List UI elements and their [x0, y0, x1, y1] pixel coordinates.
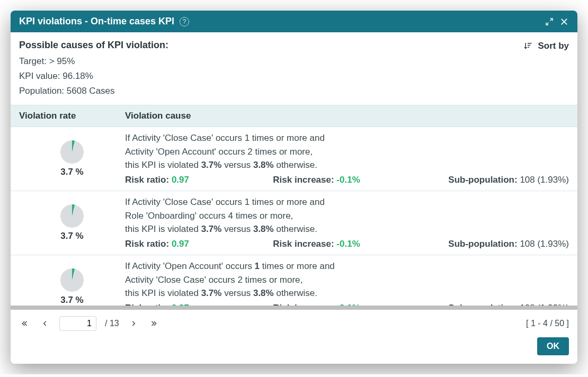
col-header-cause: Violation cause [125, 111, 569, 121]
pie-chart-icon [60, 140, 84, 164]
sort-icon [523, 41, 532, 51]
maximize-icon[interactable] [545, 17, 554, 26]
kpi-value-label: KPI value: [19, 71, 60, 81]
violation-row[interactable]: 3.7 % If Activity 'Close Case' occurs 1 … [11, 191, 577, 255]
kpi-violations-dialog: KPI violations - On-time cases KPI ? Pos… [11, 11, 577, 364]
rate-value: 3.7 % [60, 167, 83, 177]
cause-line: Activity 'Close Case' occurs 2 times or … [125, 273, 569, 287]
population-value: 5608 Cases [67, 86, 115, 96]
risk-ratio-value: 0.97 [172, 239, 189, 249]
first-page-button[interactable] [19, 318, 31, 329]
sub-pop-value: 108 (1.93%) [520, 303, 569, 310]
risk-increase-value: -0.1% [336, 239, 360, 249]
cause-line: If Activity 'Close Case' occurs 1 times … [125, 131, 569, 145]
total-pages: / 13 [105, 319, 119, 328]
column-headers: Violation rate Violation cause [11, 105, 577, 127]
summary-section: Possible causes of KPI violation: Target… [11, 32, 577, 105]
page-input[interactable] [59, 316, 96, 331]
target-label: Target: [19, 56, 47, 66]
risk-ratio-value: 0.97 [172, 303, 189, 310]
risk-increase-value: -0.1% [336, 175, 360, 185]
population-label: Population: [19, 86, 64, 96]
violation-list[interactable]: 3.7 % If Activity 'Close Case' occurs 1 … [11, 127, 577, 310]
rate-value: 3.7 % [60, 295, 83, 306]
row-range: [ 1 - 4 / 50 ] [526, 319, 569, 328]
sub-pop-value: 108 (1.93%) [520, 239, 569, 249]
pager: / 13 [ 1 - 4 / 50 ] [11, 310, 577, 337]
cause-line: If Activity 'Open Account' occurs 1 time… [125, 259, 569, 273]
col-header-rate: Violation rate [19, 111, 125, 121]
cause-line: Role 'Onboarding' occurs 4 times or more… [125, 209, 569, 223]
violation-row[interactable]: 3.7 % If Activity 'Close Case' occurs 1 … [11, 127, 577, 191]
help-icon[interactable]: ? [180, 17, 189, 26]
close-icon[interactable] [559, 17, 569, 26]
kpi-value: 96.18% [63, 71, 93, 81]
ok-button[interactable]: OK [537, 337, 569, 355]
cause-line: Activity 'Open Account' occurs 2 times o… [125, 145, 569, 159]
target-value: > 95% [49, 56, 75, 66]
sub-pop-value: 108 (1.93%) [520, 175, 569, 185]
violation-row[interactable]: 3.7 % If Activity 'Open Account' occurs … [11, 255, 577, 310]
sort-by-button[interactable]: Sort by [523, 41, 569, 51]
summary-heading: Possible causes of KPI violation: [19, 40, 168, 51]
risk-increase-value: -0.1% [336, 303, 360, 310]
dialog-title: KPI violations - On-time cases KPI [19, 16, 174, 27]
risk-ratio-value: 0.97 [172, 175, 189, 185]
cause-line: If Activity 'Close Case' occurs 1 times … [125, 195, 569, 209]
pie-chart-icon [60, 204, 84, 228]
last-page-button[interactable] [148, 318, 159, 329]
pie-chart-icon [60, 268, 84, 292]
rate-value: 3.7 % [60, 231, 83, 241]
next-page-button[interactable] [128, 318, 139, 329]
prev-page-button[interactable] [39, 318, 51, 329]
titlebar: KPI violations - On-time cases KPI ? [11, 11, 577, 32]
